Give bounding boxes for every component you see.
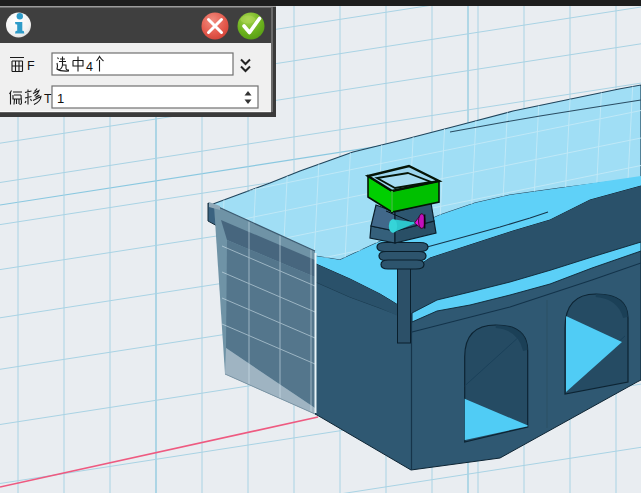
svg-text:4: 4 — [86, 60, 93, 74]
svg-text:F: F — [27, 59, 35, 73]
svg-text:1: 1 — [57, 91, 64, 106]
svg-text:T: T — [44, 92, 52, 106]
